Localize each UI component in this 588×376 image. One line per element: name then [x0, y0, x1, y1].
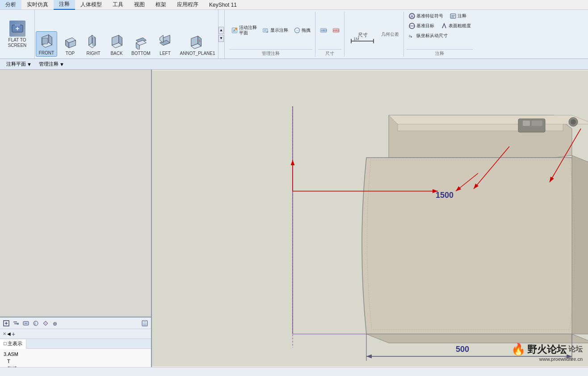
remove-from-state-btn[interactable]: 从状态中移除 [331, 26, 341, 35]
orientation-top[interactable]: TOP [60, 32, 80, 57]
close-x[interactable]: ✕ [3, 331, 6, 336]
watermark-logo: 🔥 野火论坛 论坛 [511, 343, 583, 356]
tree-btn-3[interactable] [21, 319, 30, 328]
manage-annotation-sub-label: 管理注释 [39, 61, 59, 67]
viewport[interactable]: ✋ [152, 70, 588, 367]
menu-frame[interactable]: 框架 [150, 0, 172, 9]
datum-feature-btn[interactable]: A 基准特征符号 [407, 12, 445, 21]
tree-tab-arrow[interactable]: ◀ [7, 331, 11, 336]
orientation-annot-plane1[interactable]: 1 ANNOT_PLANE1 [178, 32, 217, 57]
watermark: 🔥 野火论坛 论坛 www.proewildfire.cn [511, 343, 583, 362]
back-label: BACK [110, 51, 122, 56]
remove-state-icon: 从状态中移除 [332, 27, 340, 34]
svg-text:从状态中移除: 从状态中移除 [333, 29, 340, 32]
tree-btn-1[interactable] [2, 319, 11, 328]
panel-toolbar: i ⊕ [0, 318, 151, 329]
active-annotation-btn[interactable]: A 活动注释平面 [229, 24, 259, 37]
watermark-url: www.proewildfire.cn [539, 356, 583, 362]
annotation-plane-label: 注释平面 [6, 61, 26, 67]
show-annotation-icon: ▶ [262, 27, 269, 34]
menu-analyze[interactable]: 分析 [0, 0, 21, 9]
ribbon-scroll[interactable]: ▲ ▼ [218, 10, 225, 58]
svg-text:1500: 1500 [436, 191, 454, 200]
watermark-text: 野火论坛 [527, 343, 567, 356]
ordinate-dim-btn[interactable]: ²⁄₃ 纵坐标从动尺寸 [407, 31, 449, 40]
ordinate-dim-label: 纵坐标从动尺寸 [416, 33, 448, 39]
orientation-right[interactable]: RIGHT [83, 32, 104, 57]
part-3d-svg: 1500 500 0.64 [152, 70, 588, 367]
tree-tab-plus[interactable]: + [12, 330, 15, 338]
ribbon-scroll-down[interactable]: ▼ [218, 35, 224, 42]
svg-text:500: 500 [456, 345, 469, 354]
save-tree-btn[interactable] [140, 319, 149, 328]
active-annotation-label: 活动注释平面 [239, 25, 257, 36]
tab-main-view[interactable]: □ 主表示 [0, 339, 26, 349]
menu-view[interactable]: 视图 [129, 0, 150, 9]
datum-target-label: 基准目标 [416, 23, 434, 29]
orientation-front[interactable]: FRONT [36, 31, 57, 57]
active-annotation-icon: A [231, 27, 238, 34]
right-icon [85, 33, 102, 50]
front-icon [38, 33, 55, 50]
sub-ribbon: 注释平面 ▼ 管理注释 ▼ [0, 59, 588, 70]
svg-rect-7 [42, 38, 48, 44]
ribbon-scroll-up[interactable]: ▲ [218, 27, 224, 34]
svg-point-30 [235, 28, 237, 30]
orientation-icons-row: FRONT TOP [36, 31, 217, 57]
tree-item-1[interactable]: T [2, 358, 149, 365]
orientation-bottom[interactable]: BOTTOM [130, 32, 152, 57]
status-group: 分配至状态 从状态中移除 尺寸 [315, 12, 344, 57]
svg-rect-66 [143, 321, 146, 322]
datum-target-btn[interactable]: 基准目标 [407, 21, 436, 30]
orientation-back[interactable]: BACK [106, 32, 127, 57]
tab-icon: □ [4, 341, 7, 346]
svg-text:尺寸: 尺寸 [358, 32, 368, 38]
geo-tolerance-label: 几何公差 [381, 31, 399, 38]
status-label: 尺寸 [318, 49, 341, 57]
annotation-plane-btn[interactable]: 注释平面 ▼ [4, 60, 34, 68]
assign-to-state-btn[interactable]: 分配至状态 [318, 26, 329, 35]
menu-bar: 分析 实时仿真 注释 人体模型 工具 视图 框架 应用程序 KeyShot 11 [0, 0, 588, 10]
svg-rect-14 [92, 38, 95, 45]
tree-item-0[interactable]: 3.ASM [2, 351, 149, 358]
menu-realtime-sim[interactable]: 实时仿真 [21, 0, 54, 9]
annotation-note-btn[interactable]: 注释 [448, 12, 468, 21]
tree-btn-2[interactable] [12, 319, 21, 328]
svg-text:1M: 1M [353, 37, 359, 41]
dimension-btn[interactable]: 尺寸 1M [347, 22, 378, 46]
annot-plane1-label: ANNOT_PLANE1 [180, 51, 215, 56]
menu-annotation[interactable]: 注释 [54, 0, 75, 10]
model-tree-bottom: i ⊕ ✕ ◀ [0, 318, 151, 367]
manage-dropdown-icon: ▼ [59, 62, 64, 67]
flat-to-screen-button[interactable]: FLAT TO SCREEN [0, 10, 35, 58]
annotation-manage-group: A 活动注释平面 ▶ 显示注释 [227, 12, 315, 57]
menu-human-model[interactable]: 人体模型 [75, 0, 107, 9]
top-label: TOP [66, 51, 75, 56]
manage-annotation-sub-btn[interactable]: 管理注释 ▼ [36, 60, 67, 68]
main-area: i ⊕ ✕ ◀ [0, 70, 588, 367]
tree-btn-4[interactable]: i [31, 319, 40, 328]
tree-btn-5[interactable] [41, 319, 50, 328]
menu-applications[interactable]: 应用程序 [172, 0, 204, 9]
annotation-top-row: A 活动注释平面 ▶ 显示注释 [229, 12, 312, 49]
svg-text:分配至状态: 分配至状态 [321, 29, 327, 32]
show-annotation-btn[interactable]: ▶ 显示注释 [260, 26, 290, 35]
svg-point-104 [571, 119, 576, 125]
flat-to-screen-label: FLAT TO SCREEN [2, 38, 33, 48]
menu-tools[interactable]: 工具 [107, 0, 129, 9]
geo-tolerance-btn[interactable]: 几何公差 [379, 30, 401, 38]
tree-btn-6[interactable]: ⊕ [51, 319, 60, 328]
panel-content: 3.ASM T SYS 1.PRT 100-1.PRT [0, 349, 151, 367]
svg-text:1: 1 [199, 39, 201, 43]
annotation-plane-dropdown-icon: ▼ [27, 62, 32, 67]
ribbon: FLAT TO SCREEN FRONT [0, 10, 588, 59]
surface-finish-btn[interactable]: 表面粗糙度 [439, 21, 473, 30]
menu-keyshot[interactable]: KeyShot 11 [204, 1, 242, 9]
left-panel: i ⊕ ✕ ◀ [0, 70, 152, 367]
svg-text:i: i [34, 321, 35, 326]
manage-annotation-label: 管理注释 [229, 49, 312, 57]
drag-btn[interactable]: ↔ 拖拽 [292, 26, 312, 35]
annotation-note-label: 注释 [458, 13, 466, 19]
orientation-left[interactable]: LEFT [155, 32, 176, 57]
left-label: LEFT [160, 51, 170, 56]
